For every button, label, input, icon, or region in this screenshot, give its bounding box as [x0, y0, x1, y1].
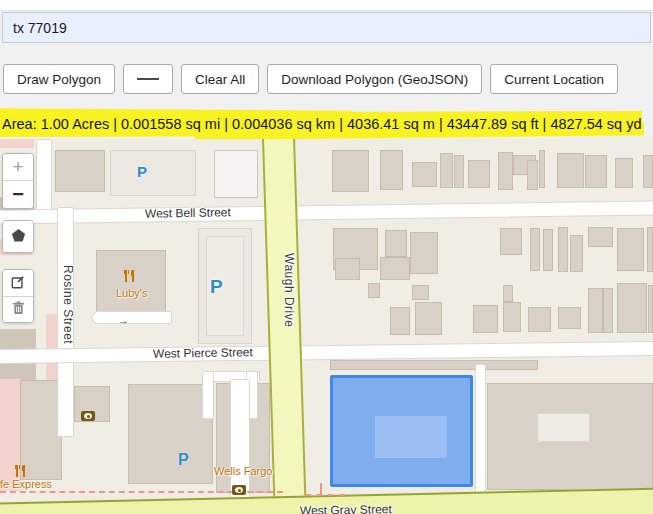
road-west-pierce — [0, 341, 653, 364]
building — [385, 230, 407, 257]
search-input[interactable] — [2, 12, 651, 43]
toolbar: Draw Polygon Clear All Download Polygon … — [3, 64, 653, 94]
area-result-bar: Area: 1.00 Acres | 0.001558 sq mi | 0.00… — [0, 110, 653, 139]
building — [648, 285, 653, 333]
building — [527, 160, 538, 190]
building — [412, 285, 429, 300]
building — [539, 150, 545, 188]
building — [55, 150, 105, 192]
building — [390, 307, 410, 335]
building — [454, 155, 464, 188]
restaurant-icon — [124, 270, 135, 282]
building — [415, 302, 442, 335]
parking-icon: P — [210, 277, 223, 296]
zoom-out-button[interactable]: − — [3, 181, 33, 208]
parking-garage — [214, 150, 258, 198]
building — [603, 288, 613, 333]
building — [503, 285, 513, 302]
poi-label-lubys: Luby's — [116, 288, 147, 299]
boundary-dashed — [305, 494, 345, 496]
road-west-bell — [0, 200, 653, 224]
building — [332, 150, 369, 192]
building-inner — [537, 413, 590, 442]
street-label-west-bell: West Bell Street — [145, 206, 231, 219]
top-strip — [0, 0, 653, 11]
building — [643, 155, 653, 188]
line-icon — [137, 78, 159, 80]
trash-icon — [12, 301, 25, 318]
parking-lot — [110, 150, 196, 196]
polygon-inner-building — [375, 416, 447, 458]
drawn-polygon[interactable] — [330, 375, 473, 487]
edit-icon — [11, 275, 25, 292]
building — [410, 232, 438, 274]
building — [20, 380, 62, 480]
building — [498, 152, 513, 190]
road — [36, 139, 52, 213]
poi-label-wellsfargo: Wells Fargo — [214, 466, 272, 477]
building — [473, 305, 498, 333]
map[interactable]: West Bell StreetWest Pierce StreetWest G… — [0, 139, 653, 514]
clear-all-button[interactable]: Clear All — [181, 64, 259, 94]
building — [558, 227, 568, 272]
building — [368, 283, 380, 298]
building — [570, 235, 583, 272]
draw-control — [2, 220, 34, 253]
building — [380, 257, 410, 280]
street-label-waugh: Waugh Drive — [283, 253, 295, 327]
pentagon-icon — [11, 228, 26, 246]
building — [588, 227, 613, 247]
building — [440, 153, 453, 188]
zoom-control: + − — [2, 153, 34, 209]
delete-layers-button[interactable] — [3, 296, 33, 322]
building — [558, 307, 581, 329]
road-driveway — [92, 311, 172, 324]
edit-control — [2, 269, 34, 323]
street-label-rosine: Rosine Street — [62, 265, 74, 344]
restaurant-icon — [15, 465, 26, 477]
road-driveway — [202, 371, 214, 419]
pink-area — [0, 139, 34, 148]
area-result-text: Area: 1.00 Acres | 0.001558 sq mi | 0.00… — [0, 110, 653, 132]
poi-label-cafe-express: fe Express — [0, 479, 52, 490]
building — [585, 155, 607, 188]
building — [528, 307, 551, 332]
building — [588, 288, 603, 333]
draw-polygon-button[interactable]: Draw Polygon — [3, 64, 115, 94]
bank-icon — [81, 411, 95, 421]
edit-layers-button[interactable] — [3, 270, 33, 296]
building — [335, 258, 360, 280]
street-label-west-pierce: West Pierce Street — [153, 346, 253, 360]
building — [647, 227, 653, 272]
oneway-arrow-icon: → — [118, 315, 129, 326]
street-label-west-gray: West Gray Street — [300, 503, 392, 514]
building — [330, 360, 538, 370]
road-driveway — [475, 364, 486, 512]
building — [380, 150, 403, 190]
building — [543, 229, 553, 271]
download-geojson-button[interactable]: Download Polygon (GeoJSON) — [267, 64, 482, 94]
boundary-dashed — [320, 483, 322, 495]
building — [617, 228, 644, 271]
building — [500, 228, 522, 255]
draw-polygon-tool-button[interactable] — [3, 221, 33, 252]
building — [617, 283, 647, 333]
building — [503, 302, 521, 332]
current-location-button[interactable]: Current Location — [490, 64, 618, 94]
parking-icon: P — [137, 164, 147, 179]
zoom-in-button[interactable]: + — [3, 154, 33, 181]
bank-icon — [232, 485, 246, 495]
building — [615, 158, 633, 188]
building — [412, 162, 437, 187]
building — [530, 228, 540, 271]
building — [468, 160, 490, 188]
building — [128, 384, 213, 484]
parking-icon: P — [178, 452, 189, 468]
draw-line-button[interactable] — [123, 64, 173, 94]
building — [557, 153, 584, 188]
